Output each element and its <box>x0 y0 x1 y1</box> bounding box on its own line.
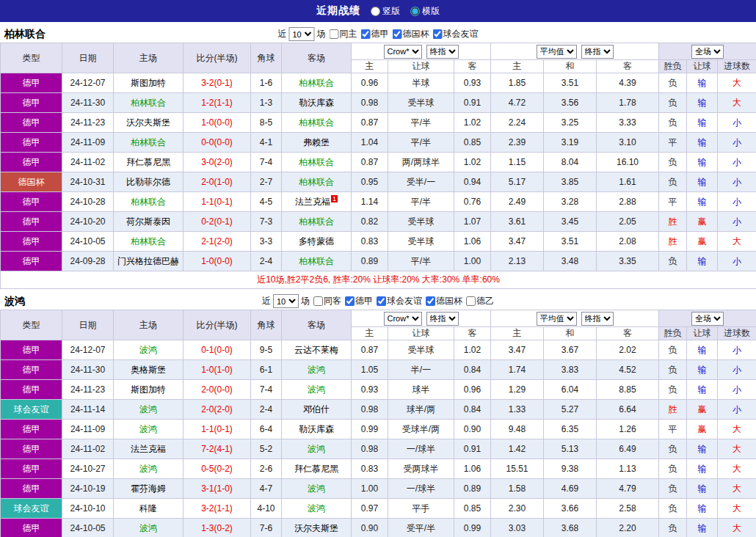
away-team[interactable]: 柏林联合 <box>282 113 352 133</box>
filter-checkbox[interactable] <box>361 29 371 39</box>
filter-check[interactable]: 德乙 <box>462 295 494 307</box>
filter-checkbox[interactable] <box>466 296 476 306</box>
home-team[interactable]: 斯图加特 <box>114 73 183 93</box>
scope-select[interactable]: 全场 <box>691 312 724 326</box>
match-count-select[interactable]: 10 <box>289 27 315 41</box>
home-team[interactable]: 柏林联合 <box>114 192 183 212</box>
filter-check[interactable]: 球会友谊 <box>429 28 479 40</box>
home-team[interactable]: 拜仁慕尼黑 <box>114 153 183 172</box>
match-row: 德甲24-11-02拜仁慕尼黑3-0(2-0)7-4柏林联合0.87两/两球半1… <box>1 153 756 172</box>
score[interactable]: 1-0(0-0) <box>183 113 251 133</box>
away-team[interactable]: 波鸿 <box>282 360 352 380</box>
average-select[interactable]: 平均值 <box>537 312 577 326</box>
home-team[interactable]: 斯图加特 <box>114 380 183 400</box>
filter-checkbox[interactable] <box>433 29 443 39</box>
filter-checkbox[interactable] <box>313 296 323 306</box>
home-team[interactable]: 柏林联合 <box>114 232 183 252</box>
score[interactable]: 1-1(0-1) <box>183 192 251 212</box>
filter-check[interactable]: 同主 <box>326 28 357 40</box>
scope-select[interactable]: 全场 <box>691 45 724 59</box>
away-team[interactable]: 波鸿 <box>282 499 352 519</box>
score[interactable]: 1-1(0-1) <box>183 420 251 439</box>
filter-check[interactable]: 德甲 <box>341 295 373 307</box>
filter-check[interactable]: 德国杯 <box>389 28 429 40</box>
score[interactable]: 1-3(0-2) <box>183 519 251 537</box>
away-team[interactable]: 柏林联合 <box>282 212 352 232</box>
score[interactable]: 0-5(0-2) <box>183 459 251 479</box>
filter-checkbox[interactable] <box>377 296 386 306</box>
score[interactable]: 2-0(2-0) <box>183 400 251 420</box>
score[interactable]: 1-0(0-0) <box>183 252 251 271</box>
match-count-select[interactable]: 10 <box>273 294 299 308</box>
home-team[interactable]: 柏林联合 <box>114 93 183 113</box>
layout-radio-horizontal[interactable]: 横版 <box>410 5 440 18</box>
layout-radio-vertical[interactable]: 竖版 <box>371 5 400 18</box>
away-team[interactable]: 沃尔夫斯堡 <box>282 519 352 537</box>
score[interactable]: 0-0(0-0) <box>183 133 251 153</box>
filter-checkbox[interactable] <box>345 296 355 306</box>
home-team[interactable]: 波鸿 <box>114 400 183 420</box>
home-team[interactable]: 门兴格拉德巴赫 <box>114 252 183 271</box>
away-team[interactable]: 拜仁慕尼黑 <box>282 459 352 479</box>
average-time-select[interactable]: 终指 <box>581 45 614 59</box>
home-team[interactable]: 奥格斯堡 <box>114 360 183 380</box>
away-team[interactable]: 柏林联合 <box>282 153 352 172</box>
away-team[interactable]: 波鸿 <box>282 439 352 459</box>
filter-check[interactable]: 德国杯 <box>422 295 462 307</box>
score[interactable]: 3-2(1-1) <box>183 499 251 519</box>
home-team[interactable]: 波鸿 <box>114 340 183 360</box>
filter-check[interactable]: 德甲 <box>357 28 389 40</box>
match-date: 24-11-23 <box>62 113 114 133</box>
away-team[interactable]: 弗赖堡 <box>282 133 352 153</box>
filter-checkbox[interactable] <box>426 296 435 306</box>
home-team[interactable]: 荷尔斯泰因 <box>114 212 183 232</box>
home-team[interactable]: 波鸿 <box>114 519 183 537</box>
filter-check[interactable]: 球会友谊 <box>373 295 422 307</box>
away-team[interactable]: 勒沃库森 <box>282 93 352 113</box>
home-team[interactable]: 科隆 <box>114 499 183 519</box>
horizontal-radio-input[interactable] <box>410 7 420 16</box>
away-team[interactable]: 柏林联合 <box>282 172 352 192</box>
score[interactable]: 3-2(0-1) <box>183 73 251 93</box>
away-team[interactable]: 勒沃库森 <box>282 420 352 439</box>
filter-checkbox[interactable] <box>393 29 402 39</box>
score[interactable]: 2-1(2-0) <box>183 232 251 252</box>
score[interactable]: 7-2(4-1) <box>183 439 251 459</box>
score[interactable]: 0-2(0-1) <box>183 212 251 232</box>
average-select[interactable]: 平均值 <box>537 45 577 59</box>
away-team[interactable]: 波鸿 <box>282 479 352 499</box>
home-team[interactable]: 波鸿 <box>114 459 183 479</box>
odds-time-select[interactable]: 终指 <box>426 45 459 59</box>
score[interactable]: 2-0(1-0) <box>183 172 251 192</box>
filter-check[interactable]: 同客 <box>310 295 341 307</box>
score[interactable]: 3-1(1-0) <box>183 479 251 499</box>
home-team[interactable]: 比勒菲尔德 <box>114 172 183 192</box>
home-team[interactable]: 霍芬海姆 <box>114 479 183 499</box>
avg-odds-draw: 9.38 <box>544 459 597 479</box>
away-team[interactable]: 柏林联合 <box>282 73 352 93</box>
home-team[interactable]: 柏林联合 <box>114 133 183 153</box>
away-team[interactable]: 波鸿 <box>282 380 352 400</box>
bookmaker-select[interactable]: Crow* <box>384 45 422 59</box>
home-team[interactable]: 波鸿 <box>114 420 183 439</box>
filter-checkbox[interactable] <box>330 29 339 39</box>
average-time-select[interactable]: 终指 <box>581 312 614 326</box>
vertical-radio-input[interactable] <box>371 7 380 16</box>
away-team[interactable]: 柏林联合 <box>282 252 352 271</box>
home-team[interactable]: 沃尔夫斯堡 <box>114 113 183 133</box>
odds-selector-row: 类型日期主场比分(半场)角球客场Crow*终指平均值终指全场 <box>1 310 756 327</box>
score[interactable]: 1-2(1-1) <box>183 93 251 113</box>
score[interactable]: 3-0(2-0) <box>183 153 251 172</box>
score[interactable]: 2-0(0-0) <box>183 380 251 400</box>
odds-time-select[interactable]: 终指 <box>426 312 459 326</box>
result-handicap: 输 <box>687 153 718 172</box>
avg-odds-away: 3.35 <box>597 252 659 271</box>
score[interactable]: 0-1(0-0) <box>183 340 251 360</box>
away-team[interactable]: 多特蒙德 <box>282 232 352 252</box>
away-team[interactable]: 邓伯什 <box>282 400 352 420</box>
home-team[interactable]: 法兰克福 <box>114 439 183 459</box>
bookmaker-select[interactable]: Crow* <box>384 312 422 326</box>
away-team[interactable]: 云达不莱梅 <box>282 340 352 360</box>
score[interactable]: 1-0(1-0) <box>183 360 251 380</box>
away-team[interactable]: 法兰克福1 <box>282 192 352 212</box>
